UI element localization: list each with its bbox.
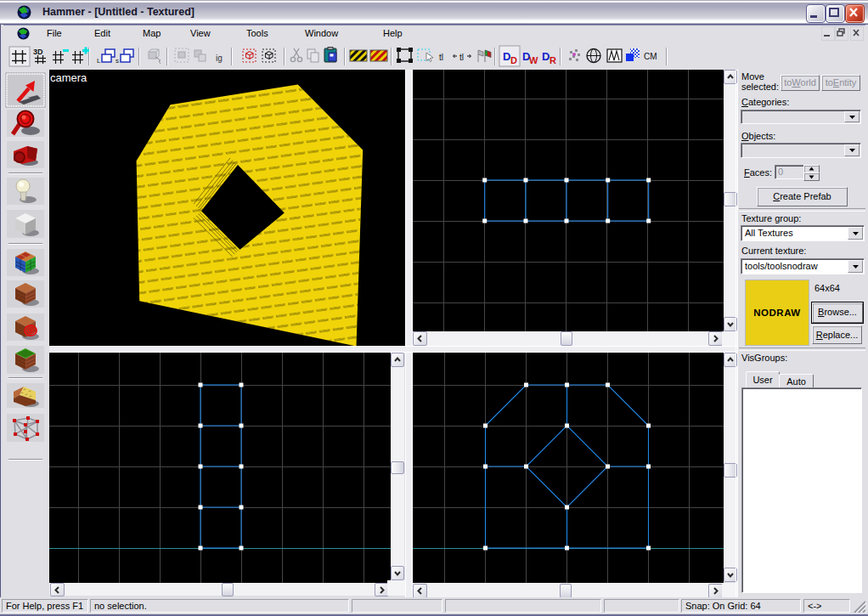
- svg-text:W: W: [529, 55, 538, 65]
- svg-text:D: D: [510, 55, 517, 65]
- svg-text:CM: CM: [644, 52, 657, 61]
- svg-text:3D: 3D: [33, 48, 43, 56]
- svg-text:tl: tl: [439, 53, 443, 62]
- svg-text:s: s: [116, 57, 119, 65]
- svg-text:tl: tl: [459, 53, 464, 62]
- svg-text:D: D: [503, 50, 510, 63]
- svg-text:L: L: [97, 57, 101, 65]
- svg-text:ig: ig: [216, 54, 223, 63]
- svg-text:D: D: [542, 50, 550, 63]
- svg-text:R: R: [550, 55, 556, 65]
